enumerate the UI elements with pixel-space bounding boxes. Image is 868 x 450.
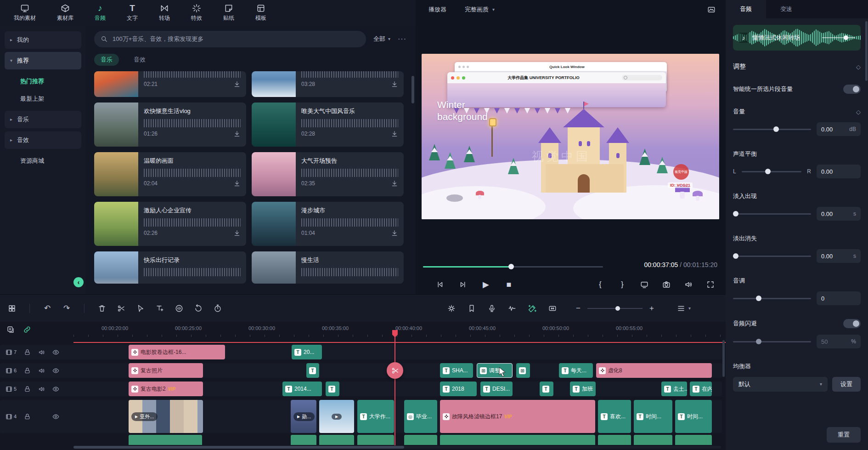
speaker-icon[interactable] xyxy=(38,386,45,393)
tab-music[interactable]: 音乐 xyxy=(94,54,119,66)
nav-stock-library[interactable]: 素材库 xyxy=(57,4,73,22)
audio-edit-button[interactable] xyxy=(507,304,517,313)
eye-icon[interactable] xyxy=(52,367,59,374)
audio-segment[interactable] xyxy=(357,435,394,445)
undo-button[interactable]: ↶ xyxy=(43,304,52,313)
selected-audio-clip[interactable]: ♪ 慵懒法式休闲转场 xyxy=(733,25,861,51)
progress-knob[interactable] xyxy=(508,264,514,269)
marker-button[interactable] xyxy=(467,304,476,313)
nav-text[interactable]: T 文字 xyxy=(127,4,138,22)
timeline-clip[interactable]: 电影胶卷边框-16... xyxy=(129,345,225,359)
previous-frame-button[interactable] xyxy=(435,279,445,290)
select-tool-button[interactable] xyxy=(136,304,145,313)
snapshot-button[interactable] xyxy=(661,279,671,290)
timeline-clip[interactable]: 故障风格滤镜边框17 VIP xyxy=(440,400,595,433)
fade-in-value-box[interactable]: 0.00 s xyxy=(817,207,861,221)
audio-card[interactable]: 欢快惬意生活vlog 01:26 xyxy=(94,103,246,147)
nav-effects[interactable]: 特效 xyxy=(191,4,202,22)
timeline-clip[interactable]: T 20... xyxy=(292,345,322,359)
timeline-clip[interactable]: T SHA... xyxy=(440,363,473,378)
timeline-clip[interactable]: T 去土... xyxy=(661,382,687,396)
layout-grid-button[interactable] xyxy=(7,304,17,313)
timeline-clip[interactable]: ⊞ xyxy=(516,363,530,378)
tab-speed[interactable]: 变速 xyxy=(766,0,806,18)
audio-card[interactable]: 唯美大气中国风音乐 02:28 xyxy=(252,103,404,147)
timeline-clip[interactable]: T 在内... xyxy=(690,382,712,396)
scope-icon[interactable] xyxy=(707,6,716,14)
display-mode-button[interactable] xyxy=(639,279,649,290)
audio-segment[interactable] xyxy=(675,435,712,445)
nav-audio[interactable]: ♪ 音频 xyxy=(95,4,106,22)
video-clip[interactable]: ▶亚外... xyxy=(129,400,203,433)
nav-transitions[interactable]: 转场 xyxy=(159,4,170,22)
clip-volume-slider[interactable] xyxy=(822,35,855,40)
sidebar-item-recommended[interactable]: ▾ 推荐 xyxy=(5,52,81,69)
download-icon[interactable] xyxy=(391,180,398,187)
reset-button[interactable]: 重置 xyxy=(827,427,861,443)
reset-diamond-icon[interactable]: ◇ xyxy=(856,108,861,115)
download-icon[interactable] xyxy=(233,180,241,187)
auto-ripple-link-icon[interactable] xyxy=(23,325,31,334)
timeline-clip[interactable]: T 大学作... xyxy=(357,400,394,433)
lock-icon[interactable] xyxy=(24,386,31,393)
video-clip[interactable]: ▶ xyxy=(319,400,354,433)
add-to-track-icon[interactable] xyxy=(6,325,15,334)
balance-value-box[interactable]: 0.00 xyxy=(817,165,861,178)
video-clip[interactable]: ▶勋... xyxy=(291,400,316,433)
quality-dropdown[interactable]: 完整画质 ▾ xyxy=(465,6,495,14)
audio-card[interactable]: 大气开场预告 02:35 xyxy=(252,152,404,196)
download-icon[interactable] xyxy=(233,80,241,88)
properties-scrollbar[interactable] xyxy=(865,21,868,81)
fade-out-slider[interactable] xyxy=(733,253,811,259)
volume-slider[interactable] xyxy=(733,126,811,132)
zoom-out-button[interactable]: − xyxy=(574,304,583,313)
fullscreen-button[interactable] xyxy=(705,279,716,290)
nav-templates[interactable]: 模板 xyxy=(255,4,266,22)
timeline-clip[interactable]: T xyxy=(540,382,553,396)
step-forward-button[interactable] xyxy=(458,279,468,290)
balance-slider[interactable] xyxy=(742,168,802,175)
split-button[interactable] xyxy=(117,304,126,313)
pitch-slider[interactable] xyxy=(733,295,811,302)
speaker-icon[interactable] xyxy=(38,349,45,356)
sidebar-item-music[interactable]: ▸ 音乐 xyxy=(5,111,81,128)
audio-segment[interactable] xyxy=(291,435,316,445)
library-scrollbar[interactable] xyxy=(411,76,414,103)
audio-segment[interactable] xyxy=(129,435,202,445)
sidebar-item-hot[interactable]: 热门推荐 xyxy=(0,73,86,90)
mark-in-button[interactable]: { xyxy=(595,279,605,290)
sidebar-item-store[interactable]: 资源商城 xyxy=(0,152,86,170)
fit-timeline-button[interactable] xyxy=(548,304,557,313)
eye-icon[interactable] xyxy=(52,386,59,393)
equalizer-preset-dropdown[interactable]: 默认 ▾ xyxy=(733,377,828,392)
sidebar-item-mine[interactable]: ▸ 我的 xyxy=(5,31,81,49)
download-icon[interactable] xyxy=(391,130,398,137)
lock-icon[interactable] xyxy=(24,413,31,420)
fade-out-value-box[interactable]: 0.00 s xyxy=(817,249,861,263)
timeline-clip[interactable]: 复古电影2 VIP xyxy=(129,382,203,396)
volume-value-box[interactable]: 0.00 dB xyxy=(817,122,861,136)
chevron-down-icon[interactable]: ▾ xyxy=(688,306,691,311)
audio-segment[interactable] xyxy=(440,435,595,445)
audio-card[interactable]: 快乐出行记录 xyxy=(94,251,246,284)
smart-volume-toggle[interactable] xyxy=(843,85,861,94)
download-icon[interactable] xyxy=(391,229,398,237)
audio-segment[interactable] xyxy=(634,435,672,445)
audio-card[interactable]: 02:21 xyxy=(94,71,246,97)
timeline-clip[interactable]: 虚化8 xyxy=(596,363,712,378)
zoom-in-button[interactable]: + xyxy=(647,304,656,313)
ducking-toggle[interactable] xyxy=(843,319,861,328)
mute-button[interactable] xyxy=(683,279,693,290)
audio-card[interactable]: 激励人心企业宣传 02:26 xyxy=(94,202,246,246)
record-voiceover-button[interactable] xyxy=(487,304,496,313)
more-options-button[interactable]: ··· xyxy=(398,35,406,43)
sidebar-item-sfx[interactable]: ▸ 音效 xyxy=(5,131,81,149)
audio-card[interactable]: 03:28 xyxy=(252,71,404,97)
mark-out-button[interactable]: } xyxy=(617,279,627,290)
eye-icon[interactable] xyxy=(52,413,59,420)
search-input[interactable]: 100万+音乐、音效，搜索发现更多 xyxy=(94,31,366,47)
download-icon[interactable] xyxy=(391,80,398,88)
timeline-clip[interactable]: T xyxy=(326,382,339,396)
pitch-value-box[interactable]: 0 xyxy=(817,291,861,305)
timeline-clip-selected[interactable]: ⊞ 调整... xyxy=(477,363,513,378)
